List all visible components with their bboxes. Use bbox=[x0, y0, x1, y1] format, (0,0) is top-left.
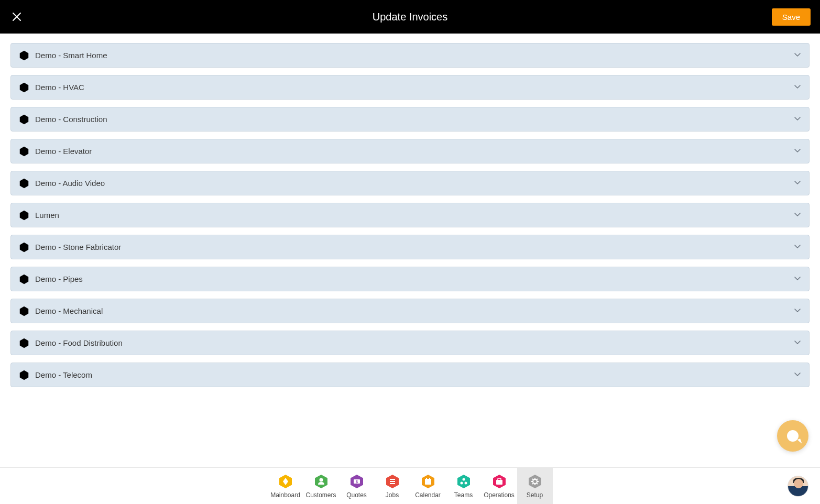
nav-item-customers[interactable]: Customers bbox=[303, 468, 339, 505]
svg-marker-26 bbox=[457, 475, 470, 488]
list-icon bbox=[385, 474, 400, 489]
svg-marker-3 bbox=[20, 146, 29, 156]
close-icon bbox=[12, 12, 22, 22]
accordion-item[interactable]: Lumen bbox=[10, 203, 810, 227]
chevron-down-icon bbox=[793, 146, 802, 157]
accordion-item[interactable]: Demo - Construction bbox=[10, 107, 810, 132]
chevron-down-icon bbox=[793, 306, 802, 316]
svg-point-28 bbox=[460, 481, 463, 484]
briefcase-icon bbox=[491, 474, 507, 489]
accordion-item[interactable]: Demo - Stone Fabricator bbox=[10, 235, 810, 259]
svg-rect-24 bbox=[426, 478, 427, 479]
accordion-label: Demo - Construction bbox=[35, 115, 107, 124]
svg-marker-4 bbox=[20, 178, 29, 188]
svg-marker-33 bbox=[529, 475, 541, 488]
hexagon-icon bbox=[18, 178, 30, 189]
hexagon-icon bbox=[18, 210, 30, 221]
accordion-label: Lumen bbox=[35, 211, 59, 220]
svg-rect-19 bbox=[390, 481, 395, 482]
nav-item-jobs[interactable]: Jobs bbox=[375, 468, 410, 505]
hexagon-icon bbox=[18, 337, 30, 349]
accordion-label: Demo - HVAC bbox=[35, 83, 84, 92]
top-bar: Update Invoices Save bbox=[0, 0, 820, 34]
hexagon-icon bbox=[18, 242, 30, 253]
save-button[interactable]: Save bbox=[772, 8, 811, 26]
accordion-item[interactable]: Demo - Audio Video bbox=[10, 171, 810, 195]
accordion-label: Demo - Telecom bbox=[35, 370, 92, 379]
svg-marker-8 bbox=[20, 306, 29, 315]
nav-item-quotes[interactable]: $Quotes bbox=[339, 468, 375, 505]
svg-point-29 bbox=[464, 481, 467, 484]
svg-rect-18 bbox=[390, 479, 395, 480]
nav-item-operations[interactable]: Operations bbox=[482, 468, 517, 505]
content-area: Demo - Smart HomeDemo - HVACDemo - Const… bbox=[0, 34, 820, 467]
accordion-item[interactable]: Demo - Mechanical bbox=[10, 299, 810, 323]
nav-item-mainboard[interactable]: Mainboard bbox=[268, 468, 303, 505]
svg-point-13 bbox=[319, 478, 323, 481]
accordion-label: Demo - Audio Video bbox=[35, 179, 105, 188]
nav-label: Customers bbox=[305, 491, 336, 499]
svg-rect-20 bbox=[390, 483, 395, 484]
svg-marker-5 bbox=[20, 210, 29, 220]
person-icon bbox=[313, 474, 329, 489]
nav-item-teams[interactable]: Teams bbox=[446, 468, 482, 505]
diamond-icon bbox=[278, 474, 293, 489]
chevron-down-icon bbox=[793, 274, 802, 284]
hexagon-icon bbox=[18, 82, 30, 93]
chevron-down-icon bbox=[793, 114, 802, 125]
svg-marker-10 bbox=[20, 370, 29, 379]
hexagon-icon bbox=[18, 305, 30, 317]
gear-icon bbox=[527, 474, 543, 489]
accordion-label: Demo - Smart Home bbox=[35, 51, 107, 60]
svg-marker-6 bbox=[20, 242, 29, 251]
accordion-item[interactable]: Demo - Smart Home bbox=[10, 43, 810, 68]
accordion-label: Demo - Pipes bbox=[35, 275, 83, 283]
accordion-label: Demo - Mechanical bbox=[35, 306, 103, 315]
nodes-icon bbox=[456, 474, 472, 489]
accordion-item[interactable]: Demo - Food Distribution bbox=[10, 331, 810, 355]
nav-label: Teams bbox=[454, 491, 473, 499]
svg-marker-7 bbox=[20, 274, 29, 283]
svg-point-27 bbox=[462, 478, 465, 480]
hexagon-icon bbox=[18, 114, 30, 125]
chevron-down-icon bbox=[793, 82, 802, 93]
nav-label: Calendar bbox=[415, 491, 441, 499]
nav-label: Operations bbox=[484, 491, 515, 499]
svg-marker-1 bbox=[20, 82, 29, 92]
hexagon-icon bbox=[18, 273, 30, 285]
svg-marker-2 bbox=[20, 114, 29, 124]
nav-item-calendar[interactable]: Calendar bbox=[410, 468, 446, 505]
svg-rect-23 bbox=[425, 479, 431, 480]
close-button[interactable] bbox=[9, 9, 24, 24]
svg-marker-0 bbox=[20, 50, 29, 60]
accordion-item[interactable]: Demo - Elevator bbox=[10, 139, 810, 163]
money-icon: $ bbox=[349, 474, 365, 489]
chevron-down-icon bbox=[793, 370, 802, 380]
bottom-nav: MainboardCustomers$QuotesJobsCalendarTea… bbox=[0, 467, 820, 504]
nav-label: Quotes bbox=[346, 491, 367, 499]
svg-rect-25 bbox=[429, 478, 430, 479]
nav-label: Setup bbox=[527, 491, 543, 499]
nav-item-setup[interactable]: Setup bbox=[517, 468, 553, 505]
chat-widget-button[interactable] bbox=[777, 420, 808, 452]
accordion-label: Demo - Stone Fabricator bbox=[35, 243, 121, 251]
user-avatar[interactable] bbox=[788, 476, 808, 497]
hexagon-icon bbox=[18, 369, 30, 381]
chevron-down-icon bbox=[793, 242, 802, 253]
chevron-down-icon bbox=[793, 50, 802, 61]
chevron-down-icon bbox=[793, 210, 802, 221]
nav-label: Mainboard bbox=[270, 491, 300, 499]
accordion-item[interactable]: Demo - Telecom bbox=[10, 363, 810, 387]
page-title: Update Invoices bbox=[373, 11, 447, 23]
chevron-down-icon bbox=[793, 338, 802, 348]
accordion-item[interactable]: Demo - HVAC bbox=[10, 75, 810, 100]
chevron-down-icon bbox=[793, 178, 802, 189]
hexagon-icon bbox=[18, 50, 30, 61]
accordion-label: Demo - Elevator bbox=[35, 147, 92, 156]
svg-text:$: $ bbox=[356, 480, 358, 484]
accordion-item[interactable]: Demo - Pipes bbox=[10, 267, 810, 291]
nav-label: Jobs bbox=[386, 491, 399, 499]
accordion-label: Demo - Food Distribution bbox=[35, 338, 123, 347]
svg-marker-9 bbox=[20, 338, 29, 347]
calendar-icon bbox=[420, 474, 436, 489]
